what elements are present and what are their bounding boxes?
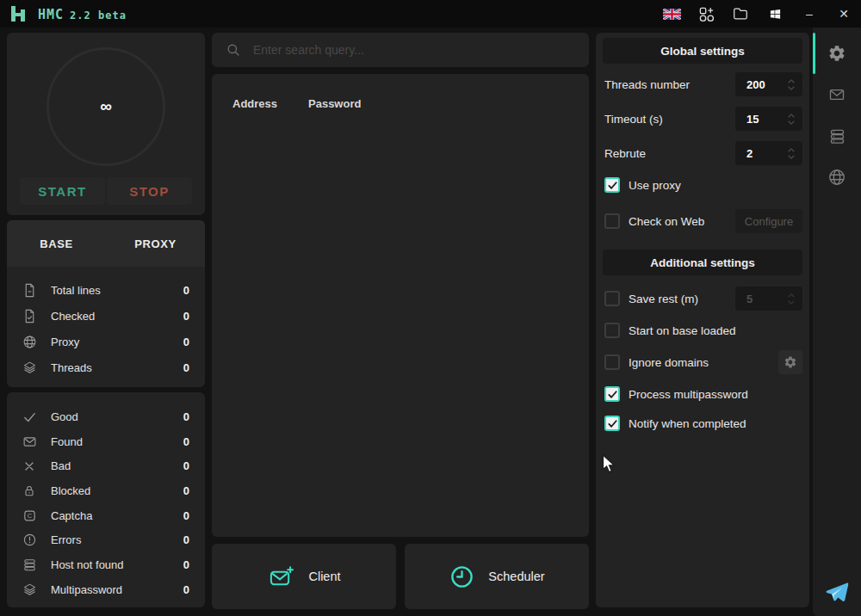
file-icon [22, 282, 38, 298]
save-rest-row: Save rest (m) 5 [603, 286, 802, 311]
tab-proxy[interactable]: PROXY [106, 220, 205, 267]
folder-button[interactable] [723, 0, 758, 28]
check-on-web-row: Check on Web Configure [603, 209, 802, 233]
svg-text:C: C [28, 512, 33, 520]
tab-base[interactable]: BASE [7, 220, 106, 267]
save-rest-stepper[interactable]: 5 [735, 286, 802, 311]
check-on-web-checkbox[interactable] [604, 213, 620, 229]
server-icon [22, 557, 38, 572]
layers-icon [22, 360, 38, 375]
results-table: Address Password [212, 74, 589, 537]
stat-threads: Threads 0 [7, 354, 205, 380]
stat-good: Good 0 [7, 404, 205, 429]
right-sidebar [813, 28, 861, 616]
stat-found: Found 0 [7, 429, 205, 454]
lock-icon [22, 483, 38, 498]
ignore-domains-checkbox[interactable] [604, 354, 620, 370]
minimize-icon: – [806, 8, 813, 20]
stop-button[interactable]: STOP [107, 177, 192, 205]
ignore-domains-config-button[interactable] [778, 350, 802, 374]
stat-checked: Checked 0 [7, 303, 205, 329]
file-check-icon [22, 308, 38, 323]
folder-icon [733, 7, 748, 21]
uk-flag-icon [663, 9, 681, 20]
save-rest-checkbox[interactable] [604, 291, 620, 306]
search-input[interactable] [253, 43, 546, 57]
settings-gear-icon[interactable] [827, 44, 846, 63]
stepper-arrows-icon [787, 293, 796, 305]
client-button[interactable]: Client [212, 544, 396, 609]
stats-tabbar: BASE PROXY [7, 220, 205, 267]
timeout-row: Timeout (s) 15 [603, 107, 802, 131]
clock-icon [449, 564, 475, 590]
group-add-button[interactable] [689, 0, 723, 28]
close-icon: ✕ [839, 8, 849, 20]
windows-icon [769, 8, 782, 21]
layers-icon [22, 582, 38, 597]
telegram-icon[interactable] [826, 582, 849, 602]
results-stats-panel: Good 0 Found 0 Bad 0 Blocked 0 C Captcha… [7, 392, 205, 607]
search-icon [226, 42, 241, 58]
globe-icon[interactable] [827, 168, 846, 187]
language-flag-button[interactable] [654, 0, 689, 28]
stat-multipassword: Multipassword 0 [7, 577, 205, 602]
stat-total-lines: Total lines 0 [7, 277, 205, 303]
stat-captcha: C Captcha 0 [7, 503, 205, 528]
column-header-password: Password [308, 97, 361, 110]
rebrute-stepper[interactable]: 2 [735, 141, 802, 165]
check-icon [22, 409, 38, 424]
column-header-address: Address [232, 97, 277, 110]
start-on-base-loaded-checkbox[interactable] [604, 323, 620, 338]
search-bar [212, 33, 589, 67]
group-add-icon [698, 6, 715, 22]
use-proxy-checkbox[interactable] [604, 177, 620, 193]
error-icon [22, 533, 38, 548]
captcha-icon: C [22, 508, 38, 523]
progress-ring: ∞ [46, 47, 165, 166]
mail-plus-icon [267, 564, 295, 589]
threads-number-stepper[interactable]: 200 [735, 72, 802, 96]
stepper-arrows-icon[interactable] [787, 113, 796, 126]
stat-proxy: Proxy 0 [7, 329, 205, 354]
global-settings-header: Global settings [603, 38, 802, 64]
runner-panel: ∞ START STOP [7, 33, 205, 215]
start-on-base-loaded-row: Start on base loaded [603, 323, 802, 338]
timeout-stepper[interactable]: 15 [735, 107, 802, 131]
threads-number-row: Threads number 200 [603, 72, 802, 96]
mail-icon[interactable] [827, 85, 846, 104]
stat-bad: Bad 0 [7, 453, 205, 478]
stepper-arrows-icon[interactable] [787, 147, 796, 160]
rebrute-row: Rebrute 2 [603, 141, 802, 165]
close-button[interactable]: ✕ [827, 0, 861, 28]
settings-panel: Global settings Threads number 200 Timeo… [596, 33, 809, 607]
start-button[interactable]: START [20, 177, 105, 205]
titlebar: HMC2.2 beta – ✕ [0, 0, 861, 28]
mail-icon [22, 434, 38, 449]
notify-when-completed-checkbox[interactable] [604, 416, 620, 431]
process-multipassword-checkbox[interactable] [604, 386, 620, 402]
counter-value: ∞ [100, 97, 112, 116]
app-logo-icon [10, 6, 26, 22]
additional-settings-header: Additional settings [603, 249, 802, 275]
stat-errors: Errors 0 [7, 527, 205, 552]
active-tab-indicator [813, 33, 815, 74]
stat-blocked: Blocked 0 [7, 478, 205, 503]
database-icon[interactable] [827, 126, 846, 145]
globe-icon [22, 334, 38, 349]
notify-when-completed-row: Notify when completed [603, 416, 802, 431]
x-icon [22, 459, 38, 474]
base-stats-panel: BASE PROXY Total lines 0 Checked 0 Proxy… [7, 220, 205, 387]
ignore-domains-row: Ignore domains [603, 350, 802, 374]
process-multipassword-row: Process multipassword [603, 386, 802, 402]
scheduler-button[interactable]: Scheduler [405, 544, 589, 609]
windows-button[interactable] [758, 0, 792, 28]
stepper-arrows-icon[interactable] [787, 78, 796, 91]
minimize-button[interactable]: – [792, 0, 827, 28]
gear-icon [784, 355, 797, 369]
app-title: HMC2.2 beta [38, 6, 127, 22]
table-header-row: Address Password [212, 97, 589, 113]
configure-button[interactable]: Configure [735, 209, 802, 233]
stat-host-not-found: Host not found 0 [7, 552, 205, 577]
use-proxy-row: Use proxy [603, 177, 802, 193]
